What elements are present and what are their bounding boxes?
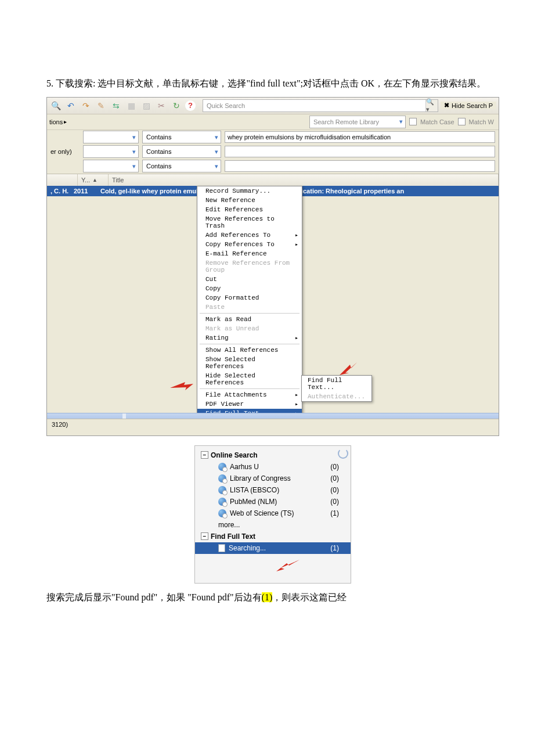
match-case-checkbox[interactable] <box>409 118 417 125</box>
menu-item: Paste <box>197 303 302 312</box>
match-case-label: Match Case <box>420 118 454 125</box>
field-dropdown[interactable] <box>83 145 139 158</box>
menu-item[interactable]: Cut <box>197 275 302 284</box>
menu-item[interactable]: Copy Formatted <box>197 293 302 303</box>
tree-group-online-search[interactable]: − Online Search <box>195 449 351 461</box>
filter-row: Contains <box>47 130 499 145</box>
field-dropdown[interactable] <box>83 160 139 172</box>
endnote-screenshot: 🔍 ↶ ↷ ✎ ⇆ ▦ ▨ ✂ ↻ ? Quick Search 🔍 ▾ ✖ H… <box>46 97 499 436</box>
hide-search-button[interactable]: ✖ Hide Search P <box>441 102 496 109</box>
submenu: Find Full Text...Authenticate... <box>301 375 372 402</box>
tree-more[interactable]: more... <box>195 519 351 531</box>
globe-icon <box>218 486 226 494</box>
tree-item[interactable]: LISTA (EBSCO)(0) <box>195 484 351 496</box>
table-header: Y...▲ Title <box>47 174 499 186</box>
globe-icon <box>218 509 226 517</box>
bottom-text: 搜索完成后显示"Found pdf"，如果 "Found pdf"后边有(1)，… <box>46 589 499 606</box>
tool-icon2[interactable]: ⇆ <box>110 99 122 112</box>
menu-item: Mark as Unread <box>197 324 302 333</box>
toolbar: 🔍 ↶ ↷ ✎ ⇆ ▦ ▨ ✂ ↻ ? Quick Search 🔍 ▾ ✖ H… <box>47 98 499 114</box>
help-icon[interactable]: ? <box>185 100 196 111</box>
highlighted-text: (1) <box>262 592 273 602</box>
search-icon[interactable]: 🔍 <box>49 99 62 112</box>
menu-item[interactable]: Mark as Read <box>197 315 302 324</box>
tool-icon[interactable]: ✎ <box>95 99 107 112</box>
tree-item[interactable]: Web of Science (TS)(1) <box>195 507 351 519</box>
svg-marker-0 <box>170 382 193 390</box>
menu-item[interactable]: E-mail Reference <box>197 249 302 258</box>
sidebar-panel: − Online Search Aarhus U(0)Library of Co… <box>194 445 351 584</box>
tree-item[interactable]: PubMed (NLM)(0) <box>195 496 351 507</box>
op-dropdown[interactable]: Contains <box>142 131 221 143</box>
field-dropdown[interactable] <box>83 131 139 143</box>
red-arrow-icon <box>170 380 193 393</box>
status-bar: 3120) <box>47 419 499 435</box>
menu-item[interactable]: Hide Selected References <box>197 371 302 387</box>
options-row: tions▸ Search Remote Library Match Case … <box>47 114 499 130</box>
match-w-checkbox[interactable] <box>458 118 466 125</box>
submenu-item: Authenticate... <box>302 392 371 401</box>
menu-item[interactable]: Record Summary... <box>197 186 302 196</box>
menu-item[interactable]: Move References to Trash <box>197 214 302 231</box>
menu-item[interactable]: PDF Viewer <box>197 399 302 409</box>
options-button[interactable]: tions▸ <box>47 118 78 125</box>
col-year[interactable]: Y...▲ <box>78 174 109 186</box>
globe-icon <box>218 474 226 483</box>
tool-icon5[interactable]: ✂ <box>155 99 168 112</box>
col-author[interactable] <box>47 174 78 186</box>
tree-group-find-full-text[interactable]: − Find Full Text <box>195 531 351 542</box>
match-w-label: Match W <box>469 118 494 125</box>
context-menu: Record Summary...New ReferenceEdit Refer… <box>197 186 302 436</box>
op-dropdown[interactable]: Contains <box>142 145 221 158</box>
collapse-icon[interactable]: − <box>201 451 208 459</box>
menu-item[interactable]: File Attachments <box>197 390 302 399</box>
globe-icon <box>218 463 226 471</box>
spinner-icon <box>338 448 348 459</box>
op-dropdown[interactable]: Contains <box>142 160 221 172</box>
filter-input[interactable] <box>225 160 495 172</box>
menu-item[interactable]: Edit References <box>197 205 302 214</box>
tool-icon4[interactable]: ▨ <box>140 99 153 112</box>
red-arrow-icon <box>276 560 300 571</box>
filter-input[interactable] <box>225 146 495 157</box>
filter-row: er only) Contains <box>47 145 499 159</box>
quick-search-input[interactable]: Quick Search 🔍 ▾ <box>203 99 438 112</box>
svg-marker-2 <box>276 560 300 571</box>
red-arrow-icon <box>340 362 363 375</box>
menu-item[interactable]: Show All References <box>197 345 302 355</box>
svg-marker-1 <box>340 362 357 375</box>
back-icon[interactable]: ↶ <box>64 99 77 112</box>
collapse-icon[interactable]: − <box>201 532 208 540</box>
menu-item: Remove References From Group <box>197 258 302 275</box>
menu-item[interactable]: Copy References To <box>197 240 302 249</box>
search-button[interactable]: 🔍 ▾ <box>425 100 438 111</box>
filter-input[interactable] <box>225 131 495 143</box>
filter-row: Contains <box>47 159 499 174</box>
search-mode-dropdown[interactable]: Search Remote Library <box>309 116 406 128</box>
forward-icon[interactable]: ↷ <box>80 99 92 112</box>
globe-icon <box>218 498 226 506</box>
document-icon <box>218 544 225 552</box>
col-title[interactable]: Title <box>109 174 499 186</box>
tool-icon3[interactable]: ▦ <box>125 99 138 112</box>
tree-item[interactable]: Library of Congress(0) <box>195 473 351 484</box>
instruction-text: 5. 下载搜索: 选中目标文献，单击鼠标右键，选择"find full text… <box>46 75 499 92</box>
submenu-item[interactable]: Find Full Text... <box>302 376 371 392</box>
refresh-icon[interactable]: ↻ <box>170 99 183 112</box>
menu-item[interactable]: Copy <box>197 284 302 293</box>
filter-rows: Contains er only) Contains Contains <box>47 130 499 174</box>
tree-item[interactable]: Aarhus U(0) <box>195 461 351 473</box>
menu-item[interactable]: Rating <box>197 333 302 343</box>
menu-item[interactable]: Show Selected References <box>197 355 302 371</box>
tree-item-searching[interactable]: Searching... (1) <box>195 542 351 554</box>
menu-item[interactable]: Add References To <box>197 231 302 240</box>
menu-item[interactable]: New Reference <box>197 196 302 205</box>
